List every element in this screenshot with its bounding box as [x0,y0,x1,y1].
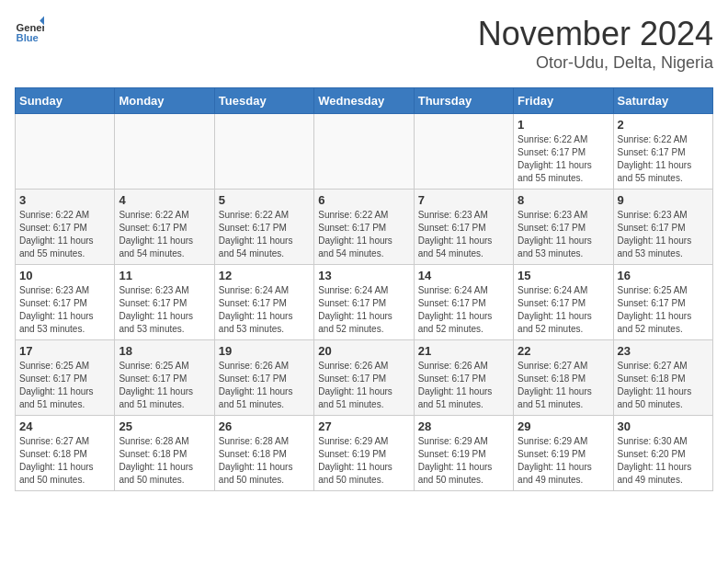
day-number: 24 [19,419,110,433]
day-info: Sunrise: 6:25 AM Sunset: 6:17 PM Dayligh… [119,360,210,411]
day-number: 13 [318,269,409,282]
day-number: 7 [418,193,509,207]
day-number: 12 [219,269,310,282]
calendar-cell: 10Sunrise: 6:23 AM Sunset: 6:17 PM Dayli… [16,265,115,340]
day-number: 19 [219,344,310,358]
svg-text:Blue: Blue [17,32,39,43]
calendar-header: SundayMondayTuesdayWednesdayThursdayFrid… [16,88,713,114]
day-number: 9 [618,193,709,207]
calendar-cell: 18Sunrise: 6:25 AM Sunset: 6:17 PM Dayli… [115,340,214,416]
day-number: 30 [618,419,709,433]
calendar-cell: 25Sunrise: 6:28 AM Sunset: 6:18 PM Dayli… [115,416,214,491]
day-info: Sunrise: 6:25 AM Sunset: 6:17 PM Dayligh… [618,284,709,336]
calendar-cell: 28Sunrise: 6:29 AM Sunset: 6:19 PM Dayli… [414,416,513,491]
calendar-cell: 9Sunrise: 6:23 AM Sunset: 6:17 PM Daylig… [613,190,712,265]
day-info: Sunrise: 6:23 AM Sunset: 6:17 PM Dayligh… [19,284,110,336]
day-info: Sunrise: 6:23 AM Sunset: 6:17 PM Dayligh… [418,209,509,260]
day-number: 6 [318,193,409,207]
day-number: 3 [19,193,110,207]
calendar-cell: 27Sunrise: 6:29 AM Sunset: 6:19 PM Dayli… [314,416,414,491]
calendar-cell [414,114,513,190]
header-day-sunday: Sunday [16,88,115,114]
calendar-week-4: 17Sunrise: 6:25 AM Sunset: 6:17 PM Dayli… [16,340,713,416]
calendar-cell: 30Sunrise: 6:30 AM Sunset: 6:20 PM Dayli… [613,416,712,491]
calendar-week-1: 1Sunrise: 6:22 AM Sunset: 6:17 PM Daylig… [16,114,713,190]
calendar-cell [115,114,214,190]
day-info: Sunrise: 6:29 AM Sunset: 6:19 PM Dayligh… [418,435,509,487]
day-info: Sunrise: 6:22 AM Sunset: 6:17 PM Dayligh… [518,133,609,185]
day-number: 20 [318,344,409,358]
calendar-cell: 20Sunrise: 6:26 AM Sunset: 6:17 PM Dayli… [314,340,414,416]
day-info: Sunrise: 6:23 AM Sunset: 6:17 PM Dayligh… [518,209,609,260]
location-subtitle: Otor-Udu, Delta, Nigeria [478,53,713,73]
day-info: Sunrise: 6:28 AM Sunset: 6:18 PM Dayligh… [219,435,310,487]
calendar-cell: 5Sunrise: 6:22 AM Sunset: 6:17 PM Daylig… [214,190,313,265]
day-number: 29 [518,419,609,433]
day-info: Sunrise: 6:24 AM Sunset: 6:17 PM Dayligh… [418,284,509,336]
day-info: Sunrise: 6:29 AM Sunset: 6:19 PM Dayligh… [318,435,409,487]
calendar-cell: 12Sunrise: 6:24 AM Sunset: 6:17 PM Dayli… [214,265,313,340]
calendar-cell [314,114,414,190]
day-number: 1 [518,118,609,132]
day-number: 26 [219,419,310,433]
day-number: 14 [418,269,509,282]
day-info: Sunrise: 6:22 AM Sunset: 6:17 PM Dayligh… [19,209,110,260]
calendar-cell: 24Sunrise: 6:27 AM Sunset: 6:18 PM Dayli… [16,416,115,491]
calendar-cell: 22Sunrise: 6:27 AM Sunset: 6:18 PM Dayli… [514,340,613,416]
title-section: November 2024 Otor-Udu, Delta, Nigeria [478,15,713,73]
day-number: 21 [418,344,509,358]
calendar-week-3: 10Sunrise: 6:23 AM Sunset: 6:17 PM Dayli… [16,265,713,340]
day-number: 8 [518,193,609,207]
day-number: 11 [119,269,210,282]
day-number: 17 [19,344,110,358]
day-number: 23 [618,344,709,358]
header-day-tuesday: Tuesday [214,88,313,114]
logo: General Blue [15,15,44,44]
day-number: 18 [119,344,210,358]
calendar-table: SundayMondayTuesdayWednesdayThursdayFrid… [15,87,713,491]
calendar-cell: 15Sunrise: 6:24 AM Sunset: 6:17 PM Dayli… [514,265,613,340]
calendar-cell: 19Sunrise: 6:26 AM Sunset: 6:17 PM Dayli… [214,340,313,416]
calendar-week-2: 3Sunrise: 6:22 AM Sunset: 6:17 PM Daylig… [16,190,713,265]
day-number: 5 [219,193,310,207]
calendar-cell: 14Sunrise: 6:24 AM Sunset: 6:17 PM Dayli… [414,265,513,340]
day-info: Sunrise: 6:23 AM Sunset: 6:17 PM Dayligh… [618,209,709,260]
svg-text:General: General [17,22,44,33]
day-info: Sunrise: 6:30 AM Sunset: 6:20 PM Dayligh… [618,435,709,487]
day-info: Sunrise: 6:22 AM Sunset: 6:17 PM Dayligh… [119,209,210,260]
header-day-saturday: Saturday [613,88,712,114]
day-info: Sunrise: 6:26 AM Sunset: 6:17 PM Dayligh… [318,360,409,411]
calendar-cell: 2Sunrise: 6:22 AM Sunset: 6:17 PM Daylig… [613,114,712,190]
day-info: Sunrise: 6:26 AM Sunset: 6:17 PM Dayligh… [219,360,310,411]
calendar-cell [16,114,115,190]
day-number: 4 [119,193,210,207]
calendar-cell: 17Sunrise: 6:25 AM Sunset: 6:17 PM Dayli… [16,340,115,416]
day-number: 2 [618,118,709,132]
day-info: Sunrise: 6:22 AM Sunset: 6:17 PM Dayligh… [219,209,310,260]
day-info: Sunrise: 6:24 AM Sunset: 6:17 PM Dayligh… [219,284,310,336]
header-day-monday: Monday [115,88,214,114]
day-number: 22 [518,344,609,358]
calendar-week-5: 24Sunrise: 6:27 AM Sunset: 6:18 PM Dayli… [16,416,713,491]
calendar-cell: 21Sunrise: 6:26 AM Sunset: 6:17 PM Dayli… [414,340,513,416]
header-day-friday: Friday [514,88,613,114]
calendar-body: 1Sunrise: 6:22 AM Sunset: 6:17 PM Daylig… [16,114,713,491]
day-info: Sunrise: 6:22 AM Sunset: 6:17 PM Dayligh… [318,209,409,260]
calendar-cell: 1Sunrise: 6:22 AM Sunset: 6:17 PM Daylig… [514,114,613,190]
calendar-cell: 4Sunrise: 6:22 AM Sunset: 6:17 PM Daylig… [115,190,214,265]
day-info: Sunrise: 6:24 AM Sunset: 6:17 PM Dayligh… [318,284,409,336]
header-row: SundayMondayTuesdayWednesdayThursdayFrid… [16,88,713,114]
day-number: 15 [518,269,609,282]
month-year-title: November 2024 [478,15,713,53]
day-info: Sunrise: 6:23 AM Sunset: 6:17 PM Dayligh… [119,284,210,336]
day-info: Sunrise: 6:26 AM Sunset: 6:17 PM Dayligh… [418,360,509,411]
calendar-cell: 26Sunrise: 6:28 AM Sunset: 6:18 PM Dayli… [214,416,313,491]
day-info: Sunrise: 6:27 AM Sunset: 6:18 PM Dayligh… [19,435,110,487]
day-number: 27 [318,419,409,433]
day-info: Sunrise: 6:27 AM Sunset: 6:18 PM Dayligh… [518,360,609,411]
day-number: 16 [618,269,709,282]
day-number: 28 [418,419,509,433]
header-day-wednesday: Wednesday [314,88,414,114]
day-number: 10 [19,269,110,282]
calendar-cell: 7Sunrise: 6:23 AM Sunset: 6:17 PM Daylig… [414,190,513,265]
